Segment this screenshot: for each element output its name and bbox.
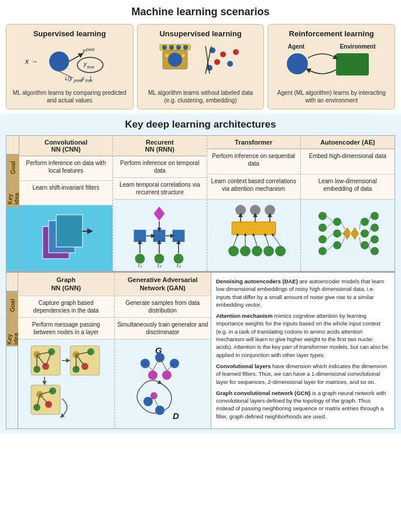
rnn-header: RecurentNN (RNN) — [113, 136, 206, 156]
ae-h2-1 — [361, 218, 369, 226]
dot1 — [162, 45, 167, 50]
row-labels: Goal Key idea — [6, 136, 19, 271]
out-dot4 — [227, 61, 233, 67]
gan-diagram: G — [115, 339, 211, 428]
ytrue-sub: true — [87, 65, 94, 69]
section2-title: Key deep learning architectures — [6, 119, 395, 131]
ae-h1-2 — [333, 229, 341, 238]
ae-h2-2 — [361, 229, 369, 238]
unsupervised-desc: ML algorithm learns without labeled data… — [142, 89, 259, 104]
ae-in4 — [318, 247, 327, 255]
descriptions: Denoising autoencoders (DAE) are autoenc… — [211, 273, 395, 428]
gnn-curved — [62, 399, 67, 416]
out-dot6 — [233, 49, 239, 55]
lower-full: Goal Key idea GraphNN (GNN) Capture grap… — [6, 272, 395, 429]
page-title: Machine learning scenarios — [6, 6, 395, 18]
supervised-svg: x → y pred y — [23, 42, 116, 85]
lower-goal-label: Goal — [6, 291, 18, 319]
ae-l11 — [369, 216, 371, 222]
ae-h1-3 — [333, 241, 341, 249]
gnn-svg — [28, 343, 104, 425]
rnn-col: RecurentNN (RNN) Perform inference on te… — [113, 136, 207, 271]
unsupervised-svg — [154, 42, 248, 85]
ae-bn2 — [350, 226, 359, 241]
ae-l5 — [341, 222, 345, 229]
transformer-header: Transformer — [207, 136, 300, 149]
gnn-keyidea: Perform message passing between nodes in… — [18, 318, 114, 339]
t-up4 — [265, 235, 269, 246]
ae-svg — [317, 203, 378, 267]
ae-h2-3 — [361, 241, 369, 249]
keyidea-label: Key idea — [6, 181, 19, 207]
attn-text: mimics cognitive attention by learning i… — [216, 313, 388, 358]
top-cards: Supervised learning x → — [6, 24, 395, 109]
dot2 — [169, 45, 174, 50]
top-section: Machine learning scenarios Supervised le… — [0, 0, 401, 114]
ypred-sub: pred — [85, 47, 95, 52]
rnn-goal: Perform inference on temporal data — [113, 156, 206, 178]
gan-svg: G — [125, 343, 201, 425]
cnn-col: ConvolutionalNN (CNN) Perform inference … — [19, 136, 113, 271]
gear1 — [165, 54, 169, 57]
t-ic3 — [252, 246, 262, 256]
t-ic5 — [275, 246, 286, 256]
reinforcement-diagram: Agent Environment — [273, 42, 390, 85]
transformer-svg — [223, 203, 285, 267]
lower-header-spacer — [6, 273, 18, 291]
layer3 — [56, 215, 83, 247]
ae-h1-1 — [333, 218, 341, 226]
t-gc3 — [265, 205, 275, 215]
gnn-goal: Capture graph based dependencies in the … — [18, 296, 114, 318]
gear2 — [181, 54, 185, 57]
t-attn-rect — [232, 222, 276, 235]
lower-grid: GraphNN (GNN) Capture graph based depend… — [18, 273, 211, 428]
gcn-term: Graph convolutional network (GCN) — [216, 390, 311, 396]
gan-header: Generative Adversarial Network (GAN) — [115, 273, 211, 296]
ae-in2 — [318, 224, 327, 232]
node-circle — [49, 52, 69, 71]
lower-keyidea-label: Key idea — [6, 319, 18, 346]
ae-in1 — [318, 212, 327, 220]
ae-l1 — [327, 216, 333, 222]
sq2 — [153, 229, 166, 242]
dot3 — [176, 45, 181, 50]
diagram-spacer — [6, 207, 19, 271]
header-spacer — [6, 136, 19, 155]
d-label: D — [173, 411, 179, 421]
ae-diagram — [301, 200, 395, 271]
x-label: x → — [25, 57, 37, 66]
t-ic1 — [228, 246, 239, 256]
transformer-goal: Perform inference on sequential data — [207, 149, 300, 174]
bottom-section: Key deep learning architectures Goal Key… — [0, 114, 401, 434]
rnn-keyidea: Learn temporal correlations via recurren… — [113, 178, 206, 200]
gan-g5 — [162, 370, 172, 380]
ae-l2 — [327, 222, 333, 228]
gnn-header: GraphNN (GNN) — [18, 273, 114, 296]
agent-circle — [287, 53, 308, 74]
ae-goal: Embed high-dimensional data — [301, 149, 395, 174]
svg-text:,y: ,y — [80, 75, 85, 81]
cnn-header: ConvolutionalNN (CNN) — [19, 136, 112, 156]
ae-l10 — [359, 237, 361, 245]
transformer-keyidea: Learn context based correlations via att… — [207, 174, 300, 200]
arrow-top — [308, 54, 336, 58]
t2-label: t₂ — [157, 263, 162, 269]
lower-labels: Goal Key idea — [6, 273, 18, 428]
ypred-label: y — [82, 47, 86, 54]
agent-label: Agent — [288, 43, 305, 50]
arrow-bottom — [308, 70, 336, 74]
unsupervised-diagram — [142, 42, 259, 85]
reinforcement-title: Reinforcement learning — [289, 29, 374, 38]
t1-label: t₁ — [138, 263, 142, 269]
ae-l12 — [369, 228, 371, 234]
gnn-col: GraphNN (GNN) Capture graph based depend… — [18, 273, 115, 428]
ae-out1 — [371, 212, 379, 220]
supervised-desc: ML algorithm learns by comparing predict… — [11, 89, 128, 104]
sq3 — [172, 229, 185, 242]
rnn-svg: t₁ t₂ t₃ — [129, 203, 190, 267]
machine-circle — [168, 53, 182, 67]
ae-l8 — [359, 222, 361, 229]
ae-keyidea: Learn low-dimensional embedding of data — [301, 174, 395, 200]
page-container: Machine learning scenarios Supervised le… — [0, 0, 401, 434]
attn-term: Attention mechanism — [216, 313, 273, 319]
